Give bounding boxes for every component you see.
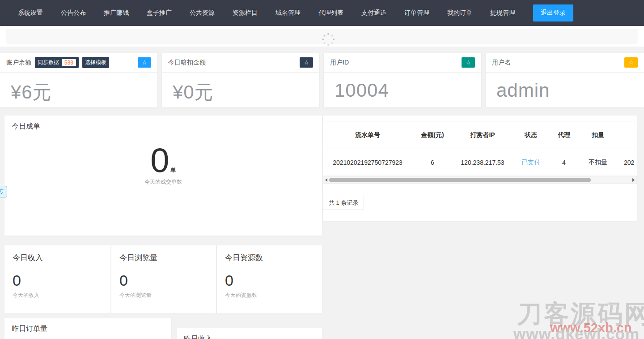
scroll-right-arrow-icon[interactable] — [632, 178, 635, 182]
card-title: 今日暗扣金额 — [168, 59, 206, 67]
deduction-value: ¥0元 — [162, 73, 319, 105]
card-today-income: 今日收入 0 今天的收入 — [4, 245, 110, 313]
col-serial-number: 流水单号 — [323, 121, 412, 149]
col-tipper-ip: 打赏者IP — [453, 121, 513, 149]
nav-item-domain-management[interactable]: 域名管理 — [275, 9, 301, 17]
nav-item-announcements[interactable]: 公告公布 — [61, 9, 86, 17]
nav-item-resource-columns[interactable]: 资源栏目 — [233, 9, 258, 17]
today-orders-title: 今日成单 — [4, 116, 322, 137]
card-username: 用户名 ☆ admin — [486, 53, 644, 107]
loading-spinner-icon — [322, 33, 335, 46]
star-icon[interactable]: ☆ — [300, 57, 313, 68]
card-account-balance: 账户余额 同步数据 533 选择模板 ☆ ¥6元 — [0, 53, 157, 107]
orders-table-viewport: 流水单号 金额(元) 打赏者IP 状态 代理 扣量 20210202192750… — [323, 121, 637, 176]
mini-value: 0 — [111, 263, 216, 288]
cell-amount: 6 — [412, 149, 453, 176]
cell-tipper-ip: 120.238.217.53 — [453, 149, 513, 176]
card-yesterday-income: 昨日收入 — [177, 328, 322, 339]
cell-agent: 4 — [549, 149, 579, 176]
mini-title: 今日收入 — [4, 245, 110, 263]
nav-item-box-promotion[interactable]: 盒子推广 — [147, 9, 172, 17]
col-extra — [617, 121, 637, 149]
toolbar-strip — [0, 26, 644, 47]
balance-value: ¥6元 — [0, 73, 157, 105]
orders-table: 流水单号 金额(元) 打赏者IP 状态 代理 扣量 20210202192750… — [323, 121, 637, 176]
yesterday-income-title: 昨日收入 — [177, 328, 322, 339]
card-yesterday-orders: 昨日订单量 — [4, 318, 171, 339]
card-orders-table: 流水单号 金额(元) 打赏者IP 状态 代理 扣量 20210202192750… — [323, 116, 637, 221]
today-orders-subtitle: 今天的成交单数 — [4, 178, 322, 186]
today-orders-value: 0 — [150, 141, 169, 179]
mini-subtitle: 今天的浏览量 — [111, 288, 216, 299]
cell-status-paid[interactable]: 已支付 — [513, 149, 549, 176]
nav-item-system-settings[interactable]: 系统设置 — [18, 9, 43, 17]
top-navbar: 系统设置 公告公布 推广赚钱 盒子推广 公共资源 资源栏目 域名管理 代理列表 … — [0, 0, 644, 26]
cell-serial-number: 20210202192750727923 — [323, 149, 412, 176]
mini-title: 今日资源数 — [217, 245, 322, 263]
mini-subtitle: 今天的资源数 — [217, 288, 322, 299]
nav-item-agent-list[interactable]: 代理列表 — [318, 9, 343, 17]
mini-subtitle: 今天的收入 — [4, 288, 110, 299]
col-amount: 金额(元) — [412, 121, 453, 149]
scrollbar-thumb[interactable] — [329, 178, 591, 182]
today-orders-unit: 单 — [170, 167, 176, 173]
dashboard-screen: 系统设置 公告公布 推广赚钱 盒子推广 公共资源 资源栏目 域名管理 代理列表 … — [0, 0, 644, 339]
col-agent: 代理 — [549, 121, 579, 149]
user-id-value: 10004 — [324, 73, 481, 101]
card-hidden-deduction: 今日暗扣金额 ☆ ¥0元 — [162, 53, 319, 107]
table-row: 20210202192750727923 6 120.238.217.53 已支… — [323, 149, 637, 176]
username-value: admin — [486, 73, 644, 101]
mini-title: 今日浏览量 — [111, 245, 216, 263]
table-header-row: 流水单号 金额(元) 打赏者IP 状态 代理 扣量 — [323, 121, 637, 149]
card-today-pageviews: 今日浏览量 0 今天的浏览量 — [111, 245, 216, 313]
watermark-url-gray: www.dkewl.com — [513, 325, 640, 339]
col-deduction: 扣量 — [579, 121, 617, 149]
nav-item-public-resources[interactable]: 公共资源 — [190, 9, 215, 17]
cell-extra-truncated: 202 — [617, 149, 637, 176]
record-count-label: 共 1 条记录 — [323, 196, 364, 210]
card-title: 用户ID — [330, 59, 349, 67]
card-user-id: 用户ID ☆ 10004 — [324, 53, 481, 107]
watermark-site-name: 刀客源码网 — [517, 297, 644, 331]
horizontal-scrollbar[interactable] — [323, 176, 637, 184]
card-title: 用户名 — [492, 59, 511, 67]
star-icon[interactable]: ☆ — [138, 57, 151, 68]
logout-button[interactable]: 退出登录 — [533, 4, 573, 21]
mini-value: 0 — [4, 263, 110, 288]
today-orders-counter: 0单 今天的成交单数 — [4, 143, 322, 186]
sync-count-badge: 533 — [62, 59, 76, 66]
watermark-url-red: www.52xb.cn — [550, 321, 632, 335]
card-today-orders: 今日成单 0单 今天的成交单数 — [4, 116, 322, 236]
card-today-resources: 今日资源数 0 今天的资源数 — [217, 245, 322, 313]
cell-deduction: 不扣量 — [579, 149, 617, 176]
col-status: 状态 — [513, 121, 549, 149]
nav-item-order-management[interactable]: 订单管理 — [404, 9, 429, 17]
card-title: 账户余额 — [6, 59, 31, 67]
nav-item-payment-channels[interactable]: 支付通道 — [361, 9, 386, 17]
nav-item-withdrawal-management[interactable]: 提现管理 — [490, 9, 515, 17]
nav-item-my-orders[interactable]: 我的订单 — [447, 9, 472, 17]
mini-value: 0 — [217, 263, 322, 288]
watermark: 刀客源码网 www.52xb.cn www.dkewl.com — [504, 292, 644, 339]
choose-template-button[interactable]: 选择模板 — [82, 57, 109, 68]
star-icon[interactable]: ☆ — [624, 57, 638, 68]
scroll-left-arrow-icon[interactable] — [325, 178, 327, 182]
yesterday-orders-title: 昨日订单量 — [4, 318, 171, 339]
side-floating-tab[interactable]: 专 — [0, 186, 7, 197]
loading-panel — [6, 29, 638, 44]
nav-item-promotion-earn[interactable]: 推广赚钱 — [104, 9, 129, 17]
star-icon[interactable]: ☆ — [462, 57, 475, 68]
sync-data-button[interactable]: 同步数据 533 — [35, 57, 79, 68]
sync-data-label: 同步数据 — [38, 59, 59, 66]
